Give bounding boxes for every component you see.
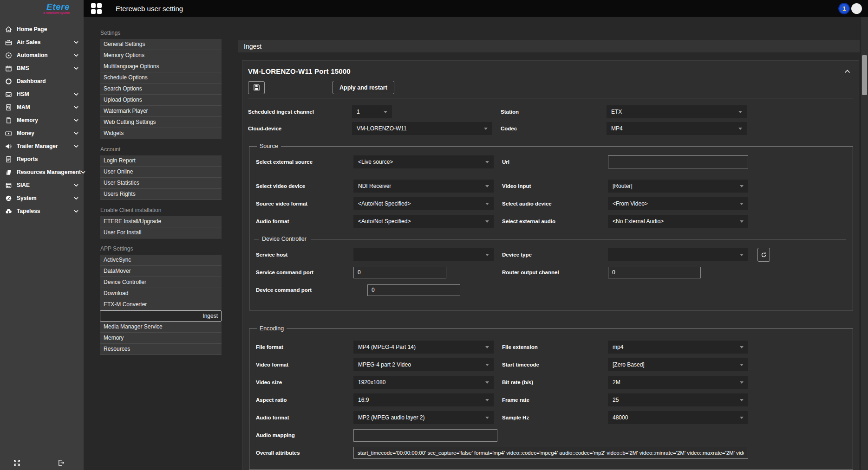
sidebar-item-bms[interactable]: BMS [0, 62, 84, 75]
video-format-select[interactable]: MPEG-4 part 2 Video [353, 358, 494, 371]
chevron-down-icon [74, 67, 78, 70]
source-video-format-select[interactable]: <Auto/Not Specified> [353, 197, 494, 210]
router-output-channel-input[interactable] [608, 267, 701, 278]
menu-item-user-for-install[interactable]: User For Install [100, 227, 222, 238]
menu-item-schedule-options[interactable]: Schedule Options [100, 72, 222, 84]
menu-item-search-options[interactable]: Search Options [100, 84, 222, 95]
sidebar-item-money[interactable]: Money [0, 127, 84, 140]
form-row: Audio format MP2 (MPEG audio layer 2) Sa… [256, 411, 846, 425]
menu-item-user-statistics[interactable]: User Statistics [100, 178, 222, 189]
sidebar-item-mam[interactable]: MAM [0, 101, 84, 114]
logout-icon[interactable] [58, 459, 65, 466]
speaker-icon [5, 142, 13, 150]
overall-attributes-input[interactable] [353, 447, 748, 459]
select-external-audio-select[interactable]: <No External Audio> [608, 215, 748, 228]
audio-mapping-input[interactable] [353, 429, 497, 442]
codec-select[interactable]: MP4 [607, 122, 747, 135]
menu-item-multilanguage-options[interactable]: Multilanguage Options [100, 61, 222, 72]
sidebar-item-reports[interactable]: Reports [0, 153, 84, 166]
sidebar-item-tapeless[interactable]: Tapeless [0, 205, 84, 218]
select-video-device-select[interactable]: NDI Receiver [353, 180, 494, 193]
bit-rate-select[interactable]: 2M [608, 376, 748, 389]
video-input-select[interactable]: [Router] [608, 180, 748, 193]
apply-and-restart-button[interactable]: Apply and restart [333, 81, 394, 94]
chevron-down-icon [74, 184, 78, 187]
caret-down-icon [485, 203, 489, 205]
gauge-icon [5, 194, 13, 202]
sidebar-item-label: Resources Management [17, 169, 81, 175]
menu-item-activesync[interactable]: ActiveSync [100, 255, 222, 266]
chevron-down-icon [74, 132, 78, 135]
menu-item-ingest[interactable]: Ingest [100, 310, 222, 322]
frame-rate-select[interactable]: 25 [608, 393, 748, 406]
vertical-scrollbar[interactable] [861, 17, 868, 470]
aspect-ratio-select[interactable]: 16:9 [353, 393, 494, 406]
form-row: Video size 1920x1080 Bit rate (b/s) 2M [256, 375, 846, 389]
menu-item-login-report[interactable]: Login Report [100, 155, 222, 167]
menu-item-web-cutting-settings[interactable]: Web Cutting Settings [100, 117, 222, 128]
url-input[interactable] [608, 155, 748, 168]
app-logo[interactable]: Etere a consistent system [0, 0, 84, 17]
menu-item-resources[interactable]: Resources [100, 344, 222, 355]
caret-down-icon [738, 128, 742, 130]
menu-item-etx-m-converter[interactable]: ETX-M Converter [100, 299, 222, 310]
menu-item-datamover[interactable]: DataMover [100, 266, 222, 277]
sidebar-item-dashboard[interactable]: Dashboard [0, 75, 84, 88]
user-avatar[interactable] [851, 3, 862, 14]
service-command-port-input[interactable] [353, 267, 446, 278]
sidebar-item-hsm[interactable]: HSM [0, 88, 84, 101]
menu-item-users-rights[interactable]: Users Rights [100, 189, 222, 200]
notification-badge[interactable]: 1 [838, 3, 850, 14]
file-extension-select[interactable]: mp4 [608, 341, 748, 354]
start-timecode-select[interactable]: [Zero Based] [608, 358, 748, 371]
menu-item-memory[interactable]: Memory [100, 333, 222, 344]
sidebar-item-siae[interactable]: SIAE [0, 179, 84, 192]
menu-item-media-manager-service[interactable]: Media Manager Service [100, 322, 222, 333]
menu-section-header-app-settings: APP Settings [100, 245, 222, 252]
select-audio-device-select[interactable]: <From Video> [608, 197, 748, 210]
caret-down-icon [485, 417, 489, 419]
menu-item-memory-options[interactable]: Memory Options [100, 50, 222, 61]
menu-item-user-online[interactable]: User Online [100, 167, 222, 178]
sidebar-item-automation[interactable]: Automation [0, 49, 84, 62]
fullscreen-icon[interactable] [13, 459, 20, 466]
menu-item-device-controller[interactable]: Device Controller [100, 277, 222, 288]
audio-format-select[interactable]: <Auto/Not Specified> [353, 215, 494, 228]
sidebar-item-memory[interactable]: Memory [0, 114, 84, 127]
scheduled-ingest-channel-select[interactable]: 1 [352, 105, 392, 118]
caret-down-icon [485, 161, 489, 163]
sidebar: Home Page Air Sales Automation BMS [0, 17, 84, 470]
cloud-device-select[interactable]: VM-LORENZO-W11 [352, 122, 492, 135]
sidebar-item-system[interactable]: System [0, 192, 84, 205]
service-host-select[interactable] [353, 248, 494, 261]
sidebar-bottom-bar [0, 459, 84, 466]
sidebar-item-air-sales[interactable]: Air Sales [0, 36, 84, 49]
caret-down-icon [740, 346, 744, 348]
menu-item-watermark-player[interactable]: Watermark Player [100, 106, 222, 117]
panel-toolbar: Apply and restart [247, 81, 854, 94]
save-button[interactable] [248, 81, 265, 94]
apps-grid-icon[interactable] [91, 3, 102, 14]
sidebar-item-resources-management[interactable]: Resources Management [0, 166, 84, 179]
caret-down-icon [484, 128, 488, 130]
device-type-select[interactable] [608, 248, 748, 261]
video-size-select[interactable]: 1920x1080 [353, 376, 494, 389]
menu-item-widgets[interactable]: Widgets [100, 128, 222, 139]
sample-hz-select[interactable]: 48000 [608, 411, 748, 424]
device-command-port-input[interactable] [367, 284, 460, 296]
file-format-select[interactable]: MP4 (MPEG-4 Part 14) [353, 341, 494, 354]
chevron-up-icon[interactable] [844, 70, 850, 73]
select-external-source-select[interactable]: <Live source> [353, 155, 494, 168]
form-row: Aspect ratio 16:9 Frame rate 25 [256, 393, 846, 407]
menu-item-general-settings[interactable]: General Settings [100, 39, 222, 50]
sidebar-item-trailer-manager[interactable]: Trailer Manager [0, 140, 84, 153]
menu-item-download[interactable]: Download [100, 288, 222, 299]
station-select[interactable]: ETX [607, 105, 747, 118]
menu-item-upload-options[interactable]: Upload Options [100, 95, 222, 106]
audio-format-encoding-select[interactable]: MP2 (MPEG audio layer 2) [353, 411, 494, 424]
sidebar-item-home-page[interactable]: Home Page [0, 23, 84, 36]
caret-down-icon [740, 381, 744, 384]
scrollbar-thumb[interactable] [862, 55, 867, 95]
menu-item-etere-install-upgrade[interactable]: ETERE Install/Upgrade [100, 216, 222, 227]
refresh-button[interactable] [757, 248, 770, 262]
